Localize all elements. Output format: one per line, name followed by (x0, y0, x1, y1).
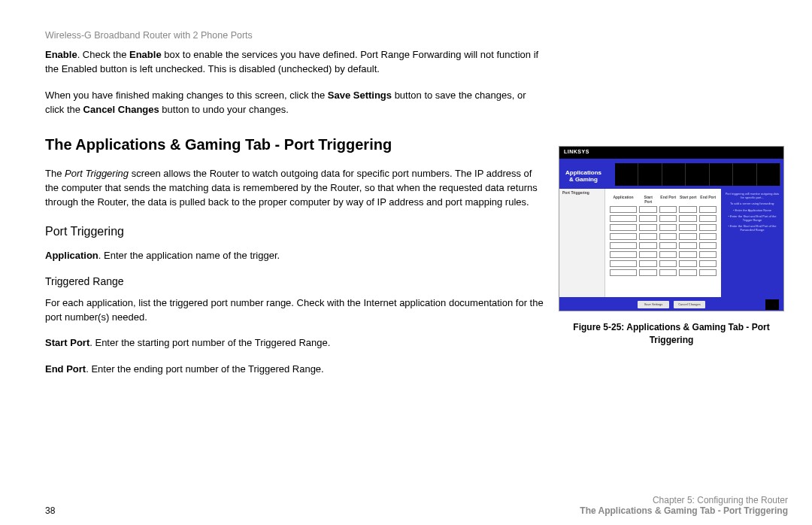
page-number: 38 (45, 505, 55, 516)
chapter-label: Chapter 5: Configuring the Router (580, 495, 788, 505)
thumb-hdr-app: Application (610, 195, 637, 204)
text: . Check the (77, 49, 129, 60)
thumb-sidebar-label: Port Triggering (562, 190, 589, 195)
figure-column: Port Triggering Application Start Port E… (555, 48, 788, 389)
text: . Enter the ending port number of the Tr… (86, 363, 324, 375)
thumb-save-button: Save Settings (638, 301, 669, 308)
start-port-field: Start Port. Enter the starting port numb… (45, 336, 546, 351)
main-content: Enable. Check the Enable box to enable t… (45, 48, 546, 389)
enable-word: Enable (129, 49, 162, 60)
save-settings-label: Save Settings (328, 90, 392, 101)
text: When you have finished making changes to… (45, 90, 328, 101)
subsection-heading: Port Triggering (45, 225, 546, 238)
footer-section-label: The Applications & Gaming Tab - Port Tri… (580, 505, 788, 516)
screenshot-thumbnail: Port Triggering Application Start Port E… (559, 146, 784, 311)
cancel-changes-label: Cancel Changes (83, 104, 159, 115)
enable-label: Enable (45, 49, 77, 60)
application-label: Application (45, 250, 98, 261)
text: . Enter the starting port number of the … (89, 337, 330, 348)
cisco-logo-icon (765, 299, 779, 310)
triggered-range-desc: For each application, list the triggered… (45, 296, 546, 325)
text: The (45, 168, 65, 179)
text: button to undo your changes. (159, 104, 289, 115)
enable-paragraph: Enable. Check the Enable box to enable t… (45, 48, 546, 77)
port-triggering-italic: Port Triggering (65, 168, 129, 179)
text: . Enter the application name of the trig… (98, 250, 280, 261)
save-paragraph: When you have finished making changes to… (45, 89, 546, 117)
thumb-hdr-startport: Start Port (640, 195, 657, 204)
thumb-hdr-endport2: End Port (700, 195, 717, 204)
thumb-hdr-startport2: Start port (680, 195, 697, 204)
section-title: The Applications & Gaming Tab - Port Tri… (45, 136, 546, 153)
start-port-label: Start Port (45, 337, 89, 348)
thumb-cancel-button: Cancel Changes (674, 301, 705, 308)
end-port-label: End Port (45, 363, 86, 375)
doc-header: Wireless-G Broadband Router with 2 Phone… (45, 30, 788, 41)
triggered-range-heading: Triggered Range (45, 275, 546, 287)
page-footer: 38 Chapter 5: Configuring the Router The… (45, 495, 788, 516)
application-field: Application. Enter the application name … (45, 249, 546, 263)
thumb-hdr-endport: End Port (660, 195, 677, 204)
port-triggering-desc: The Port Triggering screen allows the Ro… (45, 167, 546, 210)
figure-caption: Figure 5-25: Applications & Gaming Tab -… (555, 321, 788, 347)
end-port-field: End Port. Enter the ending port number o… (45, 363, 546, 377)
